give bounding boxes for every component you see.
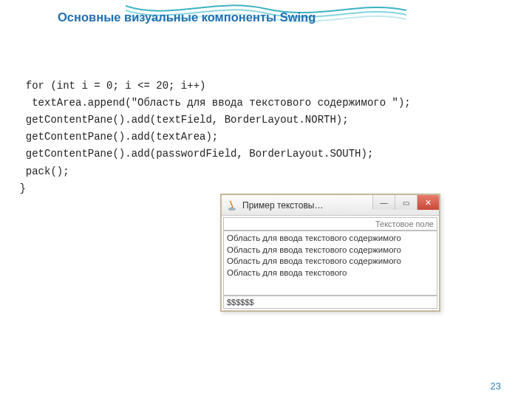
code-line: for (int i = 0; i <= 20; i++)	[13, 80, 205, 92]
slide-title: Основные визуальные компоненты Swing	[58, 10, 316, 24]
window-title: Пример текстовы…	[242, 200, 372, 211]
example-window-screenshot: Пример текстовы… — ▭ ✕ Текстовое поле Об…	[220, 194, 440, 312]
center-textarea[interactable]: Область для ввода текстового содержимого…	[223, 231, 437, 296]
code-line: pack();	[13, 166, 69, 177]
south-passwordfield[interactable]: $$$$$$	[223, 296, 437, 309]
code-line: getContentPane().add(passwordField, Bord…	[13, 148, 373, 160]
code-snippet: for (int i = 0; i <= 20; i++) textArea.a…	[13, 61, 411, 197]
minimize-button[interactable]: —	[372, 195, 395, 210]
window-content: Текстовое поле Область для ввода текстов…	[222, 216, 439, 310]
window-titlebar: Пример текстовы… — ▭ ✕	[222, 195, 439, 216]
code-line: textArea.append("Область для ввода текст…	[13, 97, 411, 109]
window-control-buttons: — ▭ ✕	[372, 195, 439, 215]
north-textfield[interactable]: Текстовое поле	[223, 217, 437, 231]
page-number: 23	[491, 381, 501, 392]
svg-point-0	[229, 208, 236, 209]
code-line: getContentPane().add(textField, BorderLa…	[13, 114, 349, 126]
textfield-placeholder: Текстовое поле	[375, 219, 434, 228]
maximize-button[interactable]: ▭	[395, 195, 417, 210]
code-line: }	[13, 183, 26, 194]
code-line: getContentPane().add(textArea);	[13, 131, 218, 143]
java-icon	[226, 200, 238, 211]
close-button[interactable]: ✕	[417, 195, 439, 210]
